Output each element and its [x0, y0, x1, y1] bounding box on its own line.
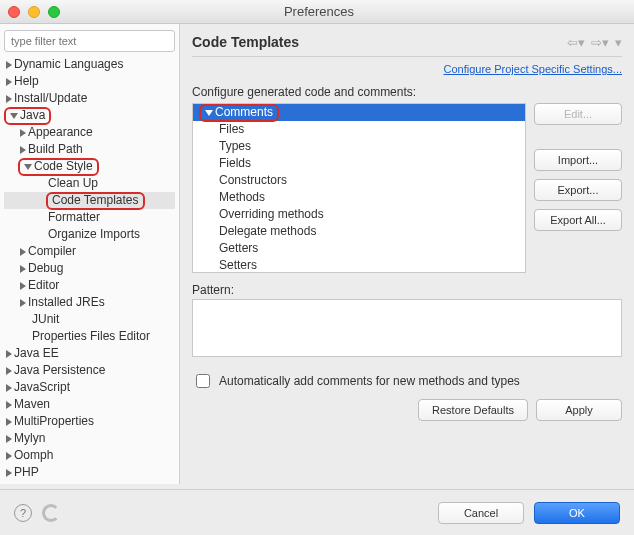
tree-item[interactable]: Formatter — [4, 209, 175, 226]
chevron-right-icon — [6, 350, 12, 358]
tree-item[interactable]: Java EE — [4, 345, 175, 362]
tree-item[interactable]: Getters — [193, 240, 525, 257]
restore-defaults-button[interactable]: Restore Defaults — [418, 399, 528, 421]
tree-item[interactable]: Organize Imports — [4, 226, 175, 243]
tree-item[interactable]: Installed JREs — [4, 294, 175, 311]
zoom-icon[interactable] — [48, 6, 60, 18]
tree-item[interactable]: Clean Up — [4, 175, 175, 192]
chevron-down-icon — [10, 113, 18, 119]
cancel-button[interactable]: Cancel — [438, 502, 524, 524]
chevron-down-icon — [24, 164, 32, 170]
tree-item[interactable]: Setters — [193, 257, 525, 273]
tree-item[interactable]: Build Path — [4, 141, 175, 158]
tree-item[interactable]: Delegate methods — [193, 223, 525, 240]
export-all-button[interactable]: Export All... — [534, 209, 622, 231]
tree-item[interactable]: Overriding methods — [193, 206, 525, 223]
configure-label: Configure generated code and comments: — [192, 85, 622, 99]
content-panel: Code Templates ⇦▾ ⇨▾ ▾ Configure Project… — [180, 24, 634, 484]
chevron-right-icon — [20, 299, 26, 307]
ok-button[interactable]: OK — [534, 502, 620, 524]
chevron-right-icon — [6, 61, 12, 69]
tree-item[interactable]: MultiProperties — [4, 413, 175, 430]
chevron-right-icon — [6, 469, 12, 477]
tree-item[interactable]: Compiler — [4, 243, 175, 260]
tree-item[interactable]: Dynamic Languages — [4, 56, 175, 73]
chevron-right-icon — [20, 265, 26, 273]
chevron-right-icon — [6, 384, 12, 392]
tree-item[interactable]: Debug — [4, 260, 175, 277]
minimize-icon[interactable] — [28, 6, 40, 18]
tree-item[interactable]: Java Persistence — [4, 362, 175, 379]
titlebar: Preferences — [0, 0, 634, 24]
tree-item[interactable]: Plug-in Development — [4, 481, 175, 484]
window-controls — [8, 6, 60, 18]
project-settings-link[interactable]: Configure Project Specific Settings... — [192, 63, 622, 75]
tree-item[interactable]: Constructors — [193, 172, 525, 189]
chevron-right-icon — [6, 401, 12, 409]
tree-item[interactable]: Files — [193, 121, 525, 138]
tree-item[interactable]: Editor — [4, 277, 175, 294]
tree-item[interactable]: Appearance — [4, 124, 175, 141]
auto-comments-label: Automatically add comments for new metho… — [219, 374, 520, 388]
back-icon[interactable]: ⇦▾ — [567, 35, 585, 50]
tree-item[interactable]: Properties Files Editor — [4, 328, 175, 345]
tree-item[interactable]: Methods — [193, 189, 525, 206]
chevron-right-icon — [6, 435, 12, 443]
tree-item[interactable]: Fields — [193, 155, 525, 172]
main-area: Dynamic Languages Help Install/Update Ja… — [0, 24, 634, 484]
help-icon[interactable]: ? — [14, 504, 32, 522]
preferences-tree[interactable]: Dynamic Languages Help Install/Update Ja… — [4, 56, 175, 484]
tree-item-comments[interactable]: Comments — [193, 104, 525, 121]
progress-icon[interactable] — [42, 504, 60, 522]
pattern-textarea[interactable] — [192, 299, 622, 357]
chevron-right-icon — [6, 95, 12, 103]
chevron-right-icon — [6, 78, 12, 86]
chevron-right-icon — [20, 129, 26, 137]
sidebar: Dynamic Languages Help Install/Update Ja… — [0, 24, 180, 484]
tree-item[interactable]: Help — [4, 73, 175, 90]
auto-comments-checkbox[interactable] — [196, 374, 210, 388]
chevron-right-icon — [6, 452, 12, 460]
chevron-down-icon — [205, 110, 213, 116]
window-title: Preferences — [60, 4, 578, 19]
tree-item[interactable]: PHP — [4, 464, 175, 481]
edit-button[interactable]: Edit... — [534, 103, 622, 125]
export-button[interactable]: Export... — [534, 179, 622, 201]
chevron-right-icon — [20, 146, 26, 154]
tree-item[interactable]: Maven — [4, 396, 175, 413]
import-button[interactable]: Import... — [534, 149, 622, 171]
tree-item-java[interactable]: Java — [4, 107, 175, 124]
tree-item-code-style[interactable]: Code Style — [4, 158, 175, 175]
tree-item[interactable]: JUnit — [4, 311, 175, 328]
tree-item-code-templates[interactable]: Code Templates — [4, 192, 175, 209]
close-icon[interactable] — [8, 6, 20, 18]
tree-item[interactable]: JavaScript — [4, 379, 175, 396]
chevron-right-icon — [6, 418, 12, 426]
tree-item[interactable]: Oomph — [4, 447, 175, 464]
tree-item[interactable]: Types — [193, 138, 525, 155]
page-title: Code Templates — [192, 34, 567, 50]
menu-icon[interactable]: ▾ — [615, 35, 622, 50]
templates-tree[interactable]: Comments Files Types Fields Constructors… — [192, 103, 526, 273]
pattern-label: Pattern: — [192, 283, 622, 297]
apply-button[interactable]: Apply — [536, 399, 622, 421]
chevron-right-icon — [6, 367, 12, 375]
footer: ? Cancel OK — [0, 489, 634, 535]
nav-icons: ⇦▾ ⇨▾ ▾ — [567, 35, 622, 50]
chevron-right-icon — [20, 248, 26, 256]
forward-icon[interactable]: ⇨▾ — [591, 35, 609, 50]
filter-input[interactable] — [4, 30, 175, 52]
chevron-right-icon — [20, 282, 26, 290]
tree-item[interactable]: Install/Update — [4, 90, 175, 107]
tree-item[interactable]: Mylyn — [4, 430, 175, 447]
